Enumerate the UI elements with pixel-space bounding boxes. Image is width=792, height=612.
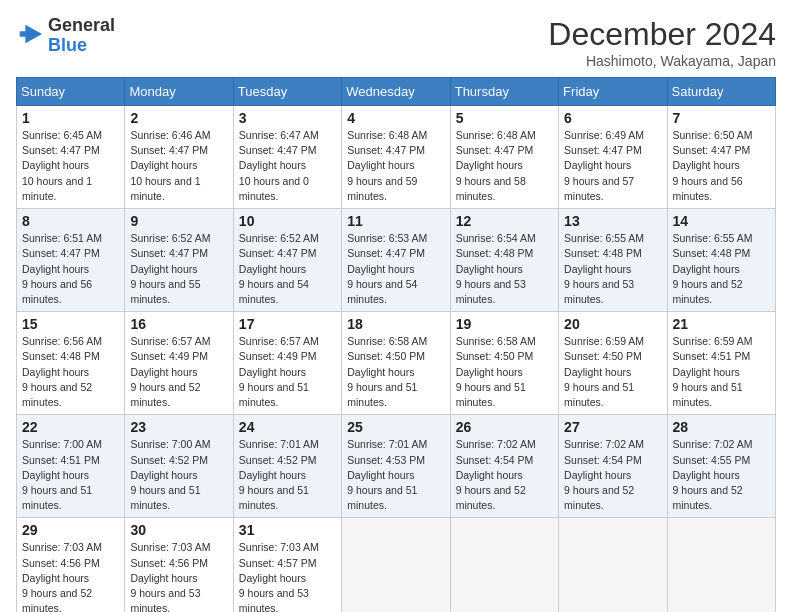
day-number: 4 (347, 110, 444, 126)
day-number: 24 (239, 419, 336, 435)
calendar-table: SundayMondayTuesdayWednesdayThursdayFrid… (16, 77, 776, 612)
calendar-day-cell: 8Sunrise: 6:51 AMSunset: 4:47 PMDaylight… (17, 209, 125, 312)
day-number: 16 (130, 316, 227, 332)
weekday-header: Wednesday (342, 78, 450, 106)
day-info: Sunrise: 7:02 AMSunset: 4:55 PMDaylight … (673, 437, 770, 513)
calendar-day-cell: 24Sunrise: 7:01 AMSunset: 4:52 PMDayligh… (233, 415, 341, 518)
calendar-day-cell: 30Sunrise: 7:03 AMSunset: 4:56 PMDayligh… (125, 518, 233, 612)
day-info: Sunrise: 6:48 AMSunset: 4:47 PMDaylight … (456, 128, 553, 204)
day-info: Sunrise: 6:51 AMSunset: 4:47 PMDaylight … (22, 231, 119, 307)
calendar-day-cell: 15Sunrise: 6:56 AMSunset: 4:48 PMDayligh… (17, 312, 125, 415)
calendar-day-cell: 31Sunrise: 7:03 AMSunset: 4:57 PMDayligh… (233, 518, 341, 612)
calendar-day-cell: 19Sunrise: 6:58 AMSunset: 4:50 PMDayligh… (450, 312, 558, 415)
calendar-day-cell: 14Sunrise: 6:55 AMSunset: 4:48 PMDayligh… (667, 209, 775, 312)
day-info: Sunrise: 7:03 AMSunset: 4:56 PMDaylight … (130, 540, 227, 612)
logo-icon (16, 20, 44, 48)
calendar-day-cell (559, 518, 667, 612)
day-info: Sunrise: 6:52 AMSunset: 4:47 PMDaylight … (130, 231, 227, 307)
day-number: 1 (22, 110, 119, 126)
calendar-day-cell: 23Sunrise: 7:00 AMSunset: 4:52 PMDayligh… (125, 415, 233, 518)
calendar-day-cell: 22Sunrise: 7:00 AMSunset: 4:51 PMDayligh… (17, 415, 125, 518)
day-info: Sunrise: 7:01 AMSunset: 4:53 PMDaylight … (347, 437, 444, 513)
calendar-day-cell: 13Sunrise: 6:55 AMSunset: 4:48 PMDayligh… (559, 209, 667, 312)
calendar-day-cell: 6Sunrise: 6:49 AMSunset: 4:47 PMDaylight… (559, 106, 667, 209)
calendar-day-cell (667, 518, 775, 612)
day-info: Sunrise: 7:00 AMSunset: 4:52 PMDaylight … (130, 437, 227, 513)
calendar-week-row: 15Sunrise: 6:56 AMSunset: 4:48 PMDayligh… (17, 312, 776, 415)
day-info: Sunrise: 6:59 AMSunset: 4:51 PMDaylight … (673, 334, 770, 410)
day-info: Sunrise: 6:46 AMSunset: 4:47 PMDaylight … (130, 128, 227, 204)
calendar-day-cell: 2Sunrise: 6:46 AMSunset: 4:47 PMDaylight… (125, 106, 233, 209)
title-section: December 2024 Hashimoto, Wakayama, Japan (548, 16, 776, 69)
day-number: 6 (564, 110, 661, 126)
day-number: 18 (347, 316, 444, 332)
calendar-day-cell: 9Sunrise: 6:52 AMSunset: 4:47 PMDaylight… (125, 209, 233, 312)
calendar-day-cell: 7Sunrise: 6:50 AMSunset: 4:47 PMDaylight… (667, 106, 775, 209)
day-number: 21 (673, 316, 770, 332)
day-info: Sunrise: 7:01 AMSunset: 4:52 PMDaylight … (239, 437, 336, 513)
weekday-header: Thursday (450, 78, 558, 106)
logo: General Blue (16, 16, 115, 56)
calendar-day-cell (450, 518, 558, 612)
day-info: Sunrise: 6:58 AMSunset: 4:50 PMDaylight … (456, 334, 553, 410)
day-info: Sunrise: 6:55 AMSunset: 4:48 PMDaylight … (673, 231, 770, 307)
day-info: Sunrise: 6:48 AMSunset: 4:47 PMDaylight … (347, 128, 444, 204)
calendar-day-cell: 29Sunrise: 7:03 AMSunset: 4:56 PMDayligh… (17, 518, 125, 612)
day-info: Sunrise: 7:03 AMSunset: 4:56 PMDaylight … (22, 540, 119, 612)
calendar-week-row: 22Sunrise: 7:00 AMSunset: 4:51 PMDayligh… (17, 415, 776, 518)
location-subtitle: Hashimoto, Wakayama, Japan (548, 53, 776, 69)
calendar-day-cell: 21Sunrise: 6:59 AMSunset: 4:51 PMDayligh… (667, 312, 775, 415)
day-info: Sunrise: 6:53 AMSunset: 4:47 PMDaylight … (347, 231, 444, 307)
day-info: Sunrise: 6:54 AMSunset: 4:48 PMDaylight … (456, 231, 553, 307)
day-number: 31 (239, 522, 336, 538)
logo-text: General Blue (48, 16, 115, 56)
day-number: 25 (347, 419, 444, 435)
calendar-day-cell: 12Sunrise: 6:54 AMSunset: 4:48 PMDayligh… (450, 209, 558, 312)
day-number: 7 (673, 110, 770, 126)
day-number: 5 (456, 110, 553, 126)
day-number: 22 (22, 419, 119, 435)
svg-marker-0 (20, 24, 42, 43)
day-number: 19 (456, 316, 553, 332)
day-number: 2 (130, 110, 227, 126)
day-number: 11 (347, 213, 444, 229)
calendar-day-cell (342, 518, 450, 612)
day-number: 9 (130, 213, 227, 229)
day-number: 3 (239, 110, 336, 126)
day-info: Sunrise: 6:52 AMSunset: 4:47 PMDaylight … (239, 231, 336, 307)
day-number: 17 (239, 316, 336, 332)
page-header: General Blue December 2024 Hashimoto, Wa… (16, 16, 776, 69)
day-number: 27 (564, 419, 661, 435)
day-info: Sunrise: 7:02 AMSunset: 4:54 PMDaylight … (456, 437, 553, 513)
calendar-day-cell: 26Sunrise: 7:02 AMSunset: 4:54 PMDayligh… (450, 415, 558, 518)
day-number: 29 (22, 522, 119, 538)
calendar-day-cell: 10Sunrise: 6:52 AMSunset: 4:47 PMDayligh… (233, 209, 341, 312)
calendar-day-cell: 25Sunrise: 7:01 AMSunset: 4:53 PMDayligh… (342, 415, 450, 518)
day-info: Sunrise: 7:00 AMSunset: 4:51 PMDaylight … (22, 437, 119, 513)
day-info: Sunrise: 6:57 AMSunset: 4:49 PMDaylight … (239, 334, 336, 410)
weekday-header: Monday (125, 78, 233, 106)
calendar-day-cell: 4Sunrise: 6:48 AMSunset: 4:47 PMDaylight… (342, 106, 450, 209)
calendar-day-cell: 20Sunrise: 6:59 AMSunset: 4:50 PMDayligh… (559, 312, 667, 415)
day-number: 13 (564, 213, 661, 229)
calendar-day-cell: 16Sunrise: 6:57 AMSunset: 4:49 PMDayligh… (125, 312, 233, 415)
day-number: 30 (130, 522, 227, 538)
weekday-header-row: SundayMondayTuesdayWednesdayThursdayFrid… (17, 78, 776, 106)
calendar-week-row: 29Sunrise: 7:03 AMSunset: 4:56 PMDayligh… (17, 518, 776, 612)
day-number: 28 (673, 419, 770, 435)
calendar-day-cell: 18Sunrise: 6:58 AMSunset: 4:50 PMDayligh… (342, 312, 450, 415)
day-info: Sunrise: 6:59 AMSunset: 4:50 PMDaylight … (564, 334, 661, 410)
weekday-header: Sunday (17, 78, 125, 106)
day-number: 23 (130, 419, 227, 435)
day-info: Sunrise: 6:57 AMSunset: 4:49 PMDaylight … (130, 334, 227, 410)
calendar-week-row: 8Sunrise: 6:51 AMSunset: 4:47 PMDaylight… (17, 209, 776, 312)
day-info: Sunrise: 6:45 AMSunset: 4:47 PMDaylight … (22, 128, 119, 204)
day-info: Sunrise: 6:56 AMSunset: 4:48 PMDaylight … (22, 334, 119, 410)
day-number: 15 (22, 316, 119, 332)
calendar-day-cell: 3Sunrise: 6:47 AMSunset: 4:47 PMDaylight… (233, 106, 341, 209)
weekday-header: Tuesday (233, 78, 341, 106)
calendar-day-cell: 17Sunrise: 6:57 AMSunset: 4:49 PMDayligh… (233, 312, 341, 415)
day-number: 12 (456, 213, 553, 229)
day-info: Sunrise: 6:47 AMSunset: 4:47 PMDaylight … (239, 128, 336, 204)
day-number: 26 (456, 419, 553, 435)
